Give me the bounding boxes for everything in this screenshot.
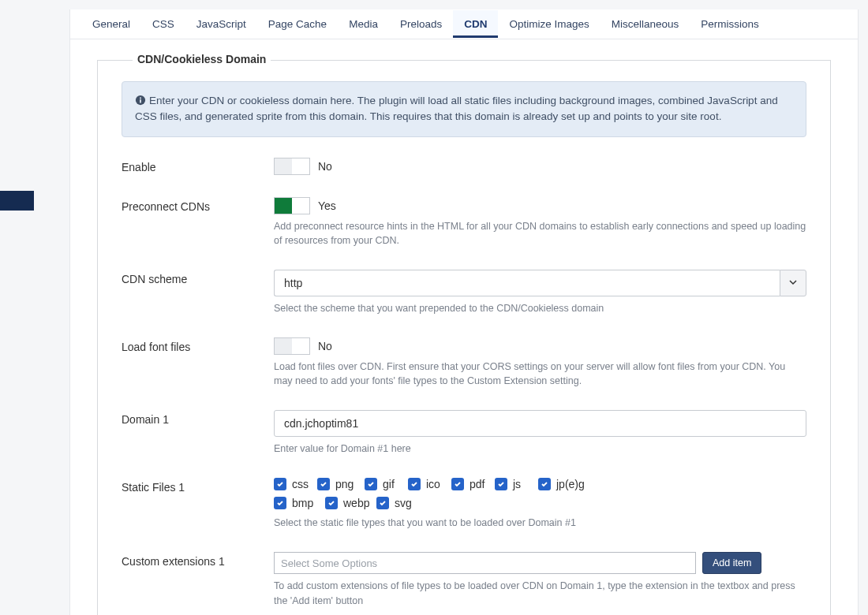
row-enable: Enable No: [122, 158, 806, 175]
checkbox-css[interactable]: [274, 478, 286, 490]
help-domain1: Enter value for Domain #1 here: [274, 442, 806, 456]
label-enable: Enable: [122, 158, 274, 173]
checkbox-js[interactable]: [495, 478, 507, 490]
help-preconnect: Add preconnect resource hints in the HTM…: [274, 219, 806, 248]
static-file-pdf: pdf: [451, 478, 495, 490]
content: CDN/Cookieless Domain Enter your CDN or …: [70, 39, 858, 615]
custom-ext-input[interactable]: [274, 552, 696, 574]
checkbox-label: pdf: [470, 478, 485, 490]
row-scheme: CDN scheme http Select the scheme that y…: [122, 270, 806, 315]
checkbox-bmp[interactable]: [274, 497, 286, 509]
label-preconnect: Preconnect CDNs: [122, 197, 274, 213]
fieldset-legend: CDN/Cookieless Domain: [133, 53, 271, 65]
info-icon: [135, 95, 146, 106]
checkbox-label: svg: [395, 497, 412, 509]
row-preconnect: Preconnect CDNs Yes Add preconnect resou…: [122, 197, 806, 248]
label-scheme: CDN scheme: [122, 270, 274, 285]
domain1-input[interactable]: [274, 410, 806, 437]
static-file-webp: webp: [325, 497, 376, 509]
checkbox-svg[interactable]: [376, 497, 389, 509]
tab-page-cache[interactable]: Page Cache: [257, 10, 338, 38]
static-file-gif: gif: [365, 478, 408, 490]
static-file-js: js: [495, 478, 538, 490]
checkbox-label: css: [292, 478, 309, 490]
tabs-bar: GeneralCSSJavaScriptPage CacheMediaPrelo…: [70, 9, 858, 39]
tab-javascript[interactable]: JavaScript: [185, 10, 257, 38]
tab-miscellaneous[interactable]: Miscellaneous: [600, 10, 690, 38]
tab-optimize-images[interactable]: Optimize Images: [498, 10, 600, 38]
static-file-svg: svg: [376, 497, 420, 509]
checkbox-label: js: [513, 478, 521, 490]
scheme-dropdown-button[interactable]: [780, 270, 806, 296]
help-scheme: Select the scheme that you want prepende…: [274, 301, 806, 315]
scheme-select[interactable]: http: [274, 270, 780, 296]
toggle-fonts[interactable]: [274, 337, 310, 355]
toggle-preconnect-text: Yes: [318, 199, 336, 212]
label-fonts: Load font files: [122, 337, 274, 353]
svg-rect-1: [140, 99, 141, 102]
toggle-enable-text: No: [318, 160, 332, 173]
sidebar-active-stub: [0, 191, 34, 211]
help-static1: Select the static file types that you wa…: [274, 516, 806, 530]
static-file-css: css: [274, 478, 317, 490]
tab-cdn[interactable]: CDN: [453, 10, 498, 38]
label-domain1: Domain 1: [122, 410, 274, 426]
checkbox-pdf[interactable]: [451, 478, 464, 490]
checkbox-png[interactable]: [317, 478, 330, 490]
main-panel: GeneralCSSJavaScriptPage CacheMediaPrelo…: [69, 9, 859, 615]
static-file-jpeg: jp(e)g: [538, 478, 592, 490]
chevron-down-icon: [788, 277, 798, 289]
info-text: Enter your CDN or cookieless domain here…: [135, 95, 778, 122]
control-scheme: http Select the scheme that you want pre…: [274, 270, 806, 315]
control-enable: No: [274, 158, 806, 175]
help-custom1: To add custom extensions of file types t…: [274, 579, 806, 607]
control-fonts: No Load font files over CDN. First ensur…: [274, 337, 806, 388]
checkbox-webp[interactable]: [325, 497, 338, 509]
row-domain1: Domain 1 Enter value for Domain #1 here: [122, 410, 806, 456]
checkbox-gif[interactable]: [365, 478, 377, 490]
static-file-png: png: [317, 478, 365, 490]
control-preconnect: Yes Add preconnect resource hints in the…: [274, 197, 806, 248]
row-custom1: Custom extensions 1 Add item To add cust…: [122, 552, 806, 607]
checkbox-label: bmp: [292, 497, 313, 509]
tab-permissions[interactable]: Permissions: [690, 10, 770, 38]
tab-general[interactable]: General: [81, 10, 141, 38]
checkbox-label: webp: [343, 497, 369, 509]
control-domain1: Enter value for Domain #1 here: [274, 410, 806, 456]
toggle-enable[interactable]: [274, 158, 310, 175]
checkbox-jpeg[interactable]: [538, 478, 551, 490]
label-static1: Static Files 1: [122, 478, 274, 494]
control-custom1: Add item To add custom extensions of fil…: [274, 552, 806, 607]
svg-rect-2: [140, 98, 141, 99]
checkbox-label: gif: [383, 478, 395, 490]
control-static1: csspnggificopdfjsjp(e)gbmpwebpsvg Select…: [274, 478, 806, 530]
scheme-value: http: [284, 277, 302, 289]
info-box: Enter your CDN or cookieless domain here…: [122, 81, 806, 137]
checkbox-ico[interactable]: [408, 478, 421, 490]
toggle-preconnect[interactable]: [274, 197, 310, 214]
checkbox-label: ico: [426, 478, 440, 490]
cdn-fieldset: CDN/Cookieless Domain Enter your CDN or …: [97, 60, 831, 615]
checkbox-label: png: [335, 478, 354, 490]
static-files-grid: csspnggificopdfjsjp(e)gbmpwebpsvg: [274, 478, 605, 509]
static-file-ico: ico: [408, 478, 451, 490]
row-static1: Static Files 1 csspnggificopdfjsjp(e)gbm…: [122, 478, 806, 530]
tab-preloads[interactable]: Preloads: [389, 10, 453, 38]
label-custom1: Custom extensions 1: [122, 552, 274, 568]
static-file-bmp: bmp: [274, 497, 325, 509]
toggle-fonts-text: No: [318, 340, 332, 352]
row-fonts: Load font files No Load font files over …: [122, 337, 806, 388]
help-fonts: Load font files over CDN. First ensure t…: [274, 360, 806, 388]
tab-css[interactable]: CSS: [141, 10, 185, 38]
checkbox-label: jp(e)g: [556, 478, 585, 490]
add-item-button[interactable]: Add item: [702, 552, 761, 574]
tab-media[interactable]: Media: [338, 10, 389, 38]
